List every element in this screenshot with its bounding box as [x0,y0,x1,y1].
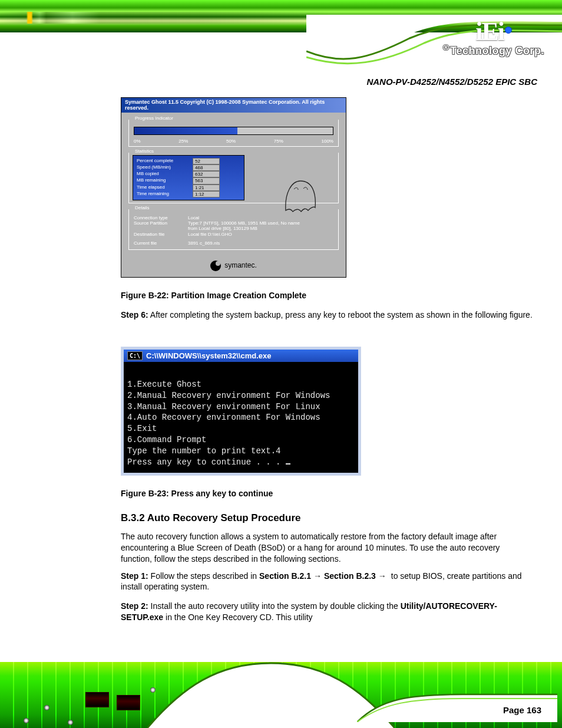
chip-icon [85,692,109,707]
iei-logo-dot-icon [505,27,512,34]
stat-row: Percent complete52 [137,158,240,164]
symantec-logo-icon [210,261,221,271]
step-a2-text: Install the auto recovery utility into t… [148,601,401,611]
step-list: Step 1: Follow the steps described in Se… [121,571,533,624]
product-name: NANO-PV-D4252/N4552/D5252 EPIC SBC [366,77,537,87]
solder-icon [24,718,29,723]
cmd-line: Press any key to continue . . . [127,457,286,467]
cmd-line: 4.Auto Recovery environment For Windows [127,413,320,422]
step-a2-tail: in the One Key Recovery CD. This utility [163,612,312,622]
subsection-title: B.3.2 Auto Recovery Setup Procedure [121,512,533,524]
step-a1-line: Step 1: Follow the steps described in Se… [121,571,533,593]
step-a2-line: Step 2: Install the auto recovery utilit… [121,601,533,623]
detail-row: Connection typeLocal [134,215,333,220]
page-number: Page 163 [503,705,541,715]
header-accent-strip [0,12,330,24]
arrow-right-icon: → [376,571,389,581]
tick-25: 25% [178,139,188,144]
brand-subtitle-text: Technology Corp. [450,45,544,57]
registered-icon: ® [443,43,449,52]
detail-row: Current file3891 c_869.nls [134,241,333,246]
intro-paragraph: The auto recovery function allows a syst… [121,531,533,565]
ghost-progress-bar [134,127,333,135]
stat-row: Time elapsed1:21 [137,185,240,191]
figure-cmd-window: C:\ C:\\WINDOWS\\system32\\cmd.exe 1.Exe… [121,347,361,476]
ghost-stats-box: Percent complete52 Speed (MB/min)468 MB … [133,155,244,200]
ghost-details-group: Details Connection typeLocal Source Part… [128,209,339,250]
chip-icon [117,695,140,710]
section-ref-1: Section B.2.1 [259,571,311,581]
section-ref-2: Section B.2.3 [324,571,376,581]
cmd-line: Type the number to print text.4 [127,446,280,456]
step-a2-lead: Step 2: [121,601,148,611]
iei-logo-text: iEi [475,17,504,47]
detail-row: from Local drive [80], 130129 MB [134,226,333,231]
step-a1-lead: Step 1: [121,571,148,581]
ghost-progress-ticks: 0% 25% 50% 75% 100% [134,139,333,144]
arrow-right-icon: → [311,571,324,581]
symantec-text: symantec. [224,262,257,270]
page-footer-band: Page 163 [0,662,562,728]
cmd-line: 6.Command Prompt [127,435,206,444]
step6-text: After completing the system backup, pres… [148,310,533,319]
cmd-titlebar: C:\ C:\\WINDOWS\\system32\\cmd.exe [124,350,358,362]
cmd-body: 1.Execute Ghost 2.Manual Recovery enviro… [124,362,358,473]
cmd-cursor-icon [286,463,290,465]
figure-22-caption: Figure B-22: Partition Image Creation Co… [121,291,533,300]
ghost-progress-group: Progress Indicator 0% 25% 50% 75% 100% [128,120,339,147]
stat-row: MB remaining563 [137,177,240,184]
detail-row: Destination fileLocal file D:\\iei.GHO [134,232,333,237]
page-header-band: iEi ®Technology Corp. [0,0,562,65]
iei-logo: iEi [475,17,512,47]
cmd-title-text: C:\\WINDOWS\\system32\\cmd.exe [146,351,271,360]
ghost-progress-fill [134,127,237,134]
step6-lead: Step 6: [121,310,148,319]
page-number-value: 163 [527,705,541,715]
step-a1-text: Follow the steps described in [148,571,259,581]
symantec-footer: symantec. [121,257,346,277]
detail-row: Source PartitionType:7 [NTFS], 100006 MB… [134,220,333,226]
solder-icon [44,705,49,710]
brand-subtitle: ®Technology Corp. [443,43,544,57]
ghost-details-label: Details [133,205,151,210]
cmd-line: 5.Exit [127,424,157,433]
cmd-line: 3.Manual Recovery environment For Linux [127,402,320,411]
tick-50: 50% [226,139,236,144]
stat-row: MB copied632 [137,171,240,177]
step6-paragraph: Step 6: After completing the system back… [121,309,533,321]
cmd-line: 1.Execute Ghost [127,380,201,389]
page-label-prefix: Page [503,705,527,715]
ghost-statistics-label: Statistics [133,149,156,154]
figure-ghost-progress: Symantec Ghost 11.5 Copyright (C) 1998-2… [121,97,346,278]
stat-row: Speed (MB/min)468 [137,164,240,171]
ghost-window-title: Symantec Ghost 11.5 Copyright (C) 1998-2… [121,98,346,113]
solder-icon [68,720,73,725]
cmd-icon: C:\ [127,351,143,360]
ghost-window-body: Progress Indicator 0% 25% 50% 75% 100% S… [121,113,346,257]
tick-100: 100% [321,139,333,144]
figure-23-caption: Figure B-23: Press any key to continue [121,489,533,498]
cmd-line: 2.Manual Recovery environment For Window… [127,391,330,400]
tick-0: 0% [134,139,141,144]
brand-logo-block: iEi ®Technology Corp. [443,17,544,57]
ghost-progress-label: Progress Indicator [133,116,176,121]
page-content: Symantec Ghost 11.5 Copyright (C) 1998-2… [121,97,533,628]
tick-75: 75% [274,139,283,144]
stat-row: Time remaining1:12 [137,191,240,197]
